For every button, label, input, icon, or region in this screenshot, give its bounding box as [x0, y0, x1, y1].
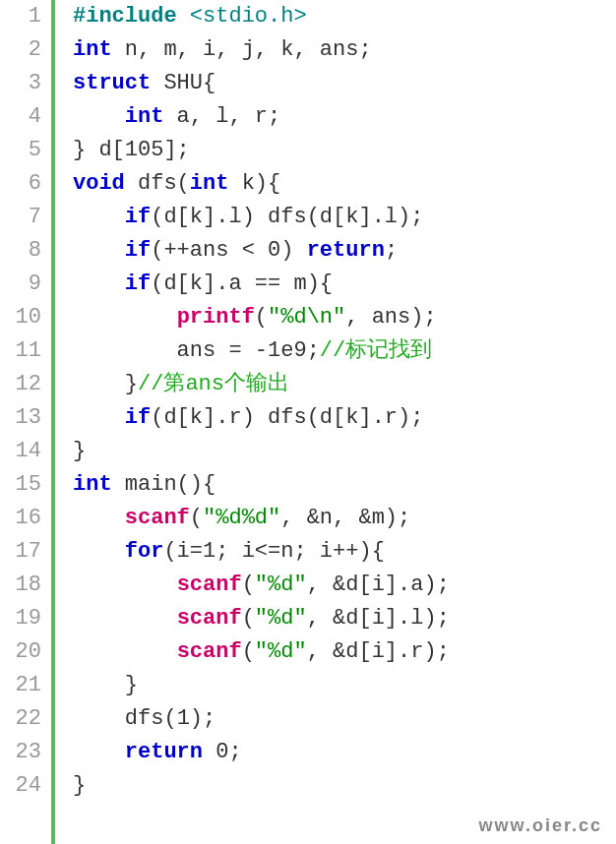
line-number: 12 [0, 368, 41, 401]
code-token: ( [255, 305, 268, 330]
line-number: 18 [0, 569, 41, 602]
line-number: 20 [0, 635, 41, 669]
code-token: ( [190, 506, 203, 530]
code-line[interactable]: void dfs(int k){ [73, 167, 616, 201]
code-token: SHU{ [151, 71, 216, 95]
watermark: www.oier.cc [479, 815, 602, 836]
code-token [73, 305, 177, 330]
code-line[interactable]: dfs(1); [73, 702, 616, 736]
code-line[interactable]: if(d[k].r) dfs(d[k].r); [73, 401, 616, 435]
line-number: 2 [0, 33, 41, 67]
line-number: 22 [0, 702, 41, 736]
code-token: ( [242, 573, 255, 597]
code-token: dfs( [73, 706, 177, 731]
code-token: (d[k].r) dfs(d[k].r); [151, 405, 423, 430]
code-token: scanf [177, 606, 242, 631]
code-token: "%d" [255, 606, 307, 631]
line-number: 1 [0, 0, 41, 33]
code-token: , &n, &m); [280, 506, 410, 530]
code-line[interactable]: int main(){ [73, 468, 616, 502]
line-number: 24 [0, 769, 41, 803]
line-number: 11 [0, 334, 41, 368]
code-line[interactable]: #include <stdio.h> [73, 0, 616, 33]
code-token: 1 [203, 539, 216, 564]
line-number: 23 [0, 736, 41, 769]
line-number-gutter: 123456789101112131415161718192021222324 [0, 0, 55, 844]
code-line[interactable]: scanf("%d", &d[i].a); [73, 569, 616, 602]
code-line[interactable]: struct SHU{ [73, 67, 616, 100]
code-token: if [125, 271, 151, 296]
code-line[interactable]: printf("%d\n", ans); [73, 301, 616, 334]
line-number: 14 [0, 435, 41, 468]
code-token: scanf [125, 506, 190, 530]
line-number: 15 [0, 468, 41, 502]
code-token [73, 271, 125, 296]
code-token: <stdio.h> [190, 4, 307, 29]
code-token [203, 740, 216, 764]
code-line[interactable]: if(d[k].l) dfs(d[k].l); [73, 201, 616, 234]
code-token: "%d" [255, 573, 307, 597]
code-line[interactable]: scanf("%d", &d[i].r); [73, 635, 616, 669]
code-line[interactable]: } d[105]; [73, 134, 616, 167]
code-token: if [125, 205, 151, 229]
code-line[interactable]: return 0; [73, 736, 616, 769]
code-token: int [190, 171, 229, 196]
code-line[interactable]: ans = -1e9;//标记找到 [73, 334, 616, 368]
code-line[interactable]: if(++ans < 0) return; [73, 234, 616, 268]
code-token: } [73, 673, 138, 697]
code-token [73, 238, 125, 263]
code-line[interactable]: for(i=1; i<=n; i++){ [73, 535, 616, 569]
code-token [73, 205, 125, 229]
code-token: ]; [163, 138, 189, 162]
code-token: main(){ [112, 472, 216, 497]
code-token [177, 4, 190, 29]
line-number: 17 [0, 535, 41, 569]
code-token [73, 506, 125, 530]
code-token: scanf [177, 573, 242, 597]
line-number: 9 [0, 268, 41, 301]
line-number: 7 [0, 201, 41, 234]
code-line[interactable]: int n, m, i, j, k, ans; [73, 33, 616, 67]
code-token: return [307, 238, 385, 263]
code-token: if [125, 238, 151, 263]
code-token: ( [242, 639, 255, 664]
code-line[interactable]: int a, l, r; [73, 100, 616, 134]
code-token: } [73, 439, 86, 463]
code-token [73, 606, 177, 631]
code-token [73, 740, 125, 764]
code-token: (d[k].l) dfs(d[k].l); [151, 205, 423, 229]
line-number: 16 [0, 502, 41, 535]
line-number: 21 [0, 669, 41, 702]
code-token [73, 539, 125, 564]
code-line[interactable]: } [73, 669, 616, 702]
code-token: ; [228, 740, 241, 764]
line-number: 19 [0, 602, 41, 635]
code-token: ans = - [73, 338, 268, 363]
code-token: int [73, 472, 112, 497]
code-token: n, m, i, j, k, ans; [112, 37, 372, 62]
code-token [73, 573, 177, 597]
code-line[interactable]: scanf("%d%d", &n, &m); [73, 502, 616, 535]
code-token: 1e9 [268, 338, 307, 363]
code-line[interactable]: } [73, 769, 616, 803]
code-token: , &d[i].r); [307, 639, 450, 664]
code-token: int [125, 104, 164, 129]
code-line[interactable]: } [73, 435, 616, 468]
code-token: return [125, 740, 203, 764]
code-token: printf [177, 305, 255, 330]
code-token: #include [73, 4, 177, 29]
code-token: 0 [268, 238, 280, 263]
code-line[interactable]: }//第ans个输出 [73, 368, 616, 401]
code-line[interactable]: if(d[k].a == m){ [73, 268, 616, 301]
code-area[interactable]: #include <stdio.h>int n, m, i, j, k, ans… [55, 0, 616, 844]
code-token: (i= [163, 539, 203, 564]
code-token: , &d[i].l); [307, 606, 450, 631]
code-line[interactable]: scanf("%d", &d[i].l); [73, 602, 616, 635]
code-token: } [73, 372, 138, 396]
code-token: dfs( [125, 171, 190, 196]
code-token: ); [190, 706, 216, 731]
code-token [73, 104, 125, 129]
code-token: , &d[i].a); [307, 573, 450, 597]
code-token: scanf [177, 639, 242, 664]
code-token: } [73, 773, 86, 798]
